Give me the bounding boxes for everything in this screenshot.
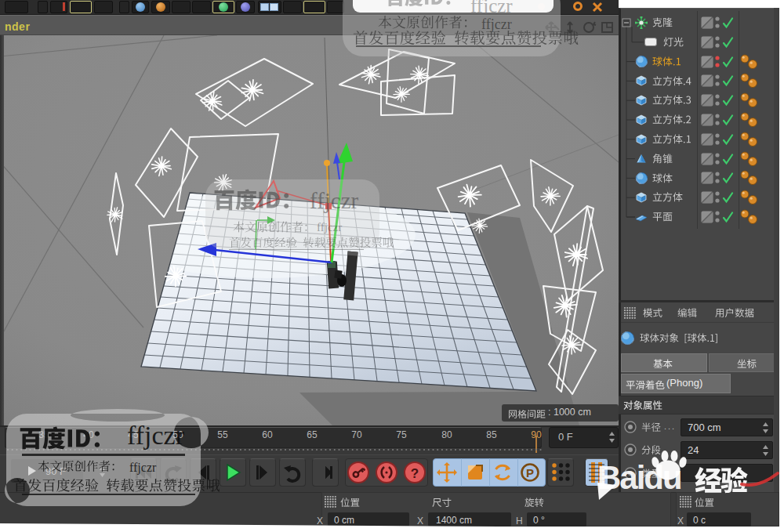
svg-text:?: ? — [411, 466, 419, 481]
svg-text:P: P — [526, 466, 534, 480]
